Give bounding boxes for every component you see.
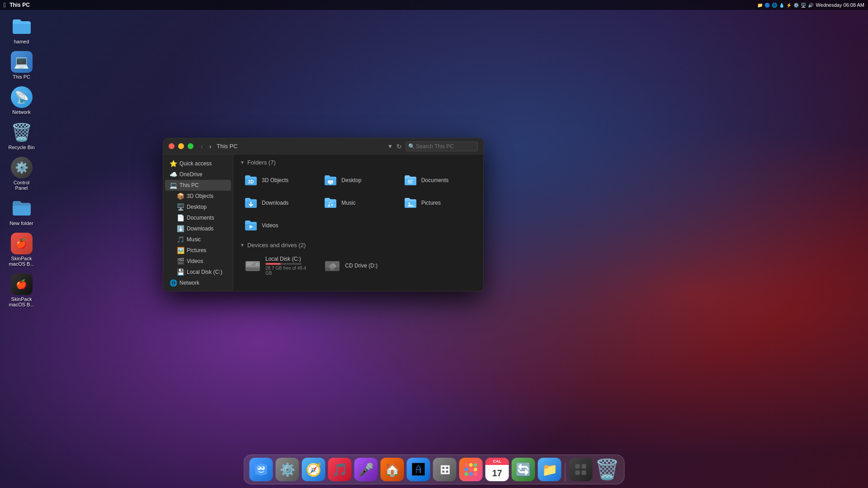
sidebar-3dobjects-label: 3D Objects (187, 193, 213, 199)
desktop-icon-recyclebin[interactable]: 🗑️ Recycle Bin (5, 119, 38, 152)
desktop-folder-label: Desktop (341, 177, 361, 183)
dock-icon-bootcamp[interactable]: ⊞ (433, 458, 457, 481)
music-sidebar-icon: 🎵 (177, 236, 184, 243)
recyclebin-label: Recycle Bin (8, 145, 34, 150)
dock-icon-appstore[interactable]: 🅰 (407, 458, 430, 481)
folder-item-documents[interactable]: Documents (400, 170, 476, 190)
skinpack1-label: SkinPack macOS B... (7, 256, 36, 267)
refresh-button[interactable]: ↻ (396, 143, 402, 150)
dock-icon-trash[interactable]: 🗑️ (595, 458, 619, 481)
downloads-sidebar-icon: ⬇️ (177, 225, 184, 232)
dock-icon-finder[interactable] (250, 458, 273, 481)
top-bar:  This PC 📁 🔵 🌐 💧 ⚡ ⚙️ 🖥️ 🔊 Wednesday 06… (0, 0, 868, 10)
drive-item-c[interactable]: Local Disk (C:) 28.7 GB free of 49.4 GB (240, 253, 317, 278)
localdisk-c-icon (244, 257, 262, 275)
dock-icon-home[interactable]: 🏠 (381, 458, 404, 481)
window-minimize-button[interactable] (178, 143, 184, 149)
svg-point-25 (262, 467, 264, 469)
sidebar-item-documents[interactable]: 📄 Documents (165, 212, 231, 223)
folder-item-music[interactable]: Music (320, 193, 396, 213)
svg-point-34 (474, 472, 477, 476)
desktop-icon-skinpack2[interactable]: 🍎 SkinPack macOS B... (5, 271, 38, 310)
desktop-icon-hamed[interactable]: hamed (5, 14, 38, 47)
newfolder-label: New folder (9, 221, 33, 226)
svg-point-26 (465, 463, 468, 467)
folder-item-videos[interactable]: Videos (240, 216, 317, 235)
desktop-icon-thispc[interactable]: 💻 This PC (5, 49, 38, 82)
3dobjects-label: 3D Objects (262, 177, 288, 183)
folder-item-downloads[interactable]: Downloads (240, 193, 317, 213)
explorer-window: ‹ › This PC ▼ ↻ 🔍 ⭐ Quick access ☁️ OneD… (163, 138, 484, 291)
svg-point-20 (331, 266, 333, 268)
folders-section-toggle[interactable]: ▼ (240, 160, 245, 165)
desktop-icon-network[interactable]: 📡 Network (5, 84, 38, 117)
desktop-icon-controlpanel[interactable]: ⚙️ Control Panel (5, 155, 38, 193)
sidebar-item-localdisk[interactable]: 💾 Local Disk (C:) (165, 267, 231, 277)
svg-rect-15 (247, 264, 251, 265)
videos-folder-label: Videos (262, 222, 278, 229)
top-bar-datetime: Wednesday 06:08 AM (816, 2, 864, 8)
window-maximize-button[interactable] (188, 143, 193, 149)
sidebar-localdisk-label: Local Disk (C:) (187, 269, 222, 275)
localdisk-c-progress-fill (265, 263, 281, 265)
window-close-button[interactable] (169, 143, 175, 149)
folder-item-3dobjects[interactable]: 3D 3D Objects (240, 170, 317, 190)
svg-point-13 (257, 264, 258, 265)
sidebar-desktop-label: Desktop (187, 204, 207, 210)
svg-rect-4 (408, 181, 412, 182)
folders-grid: 3D 3D Objects Desktop (240, 170, 476, 235)
dock-separator (565, 463, 566, 481)
desktop-icon-newfolder[interactable]: New folder (5, 195, 38, 228)
window-body: ⭐ Quick access ☁️ OneDrive 💻 This PC 📦 3… (163, 155, 483, 291)
svg-point-27 (469, 463, 473, 467)
music-folder-label: Music (341, 200, 355, 206)
sidebar-item-3dobjects[interactable]: 📦 3D Objects (165, 191, 231, 202)
main-content: ▼ Folders (7) 3D 3D Objects (233, 155, 483, 291)
hamed-folder-icon (11, 16, 33, 38)
folders-section-header: ▼ Folders (7) (240, 159, 476, 166)
folder-item-pictures[interactable]: Pictures (400, 193, 476, 213)
nav-forward-button[interactable]: › (208, 142, 213, 151)
folder-item-desktop[interactable]: Desktop (320, 170, 396, 190)
dock-icon-files[interactable]: 📁 (538, 458, 561, 481)
sidebar-item-videos[interactable]: 🎬 Videos (165, 256, 231, 267)
sidebar-item-desktop[interactable]: 🖥️ Desktop (165, 202, 231, 212)
svg-point-8 (408, 202, 410, 204)
svg-rect-35 (576, 464, 580, 469)
cddrive-d-icon (323, 257, 341, 275)
sidebar-item-pictures[interactable]: 🖼️ Pictures (165, 245, 231, 256)
sidebar-item-thispc[interactable]: 💻 This PC (165, 180, 231, 191)
nav-back-button[interactable]: ‹ (199, 142, 205, 151)
svg-rect-38 (582, 470, 586, 475)
dock-icon-timemachine[interactable]: 🔄 (512, 458, 535, 481)
dock-icon-control[interactable] (569, 458, 593, 481)
dock-icon-siri[interactable]: 🎤 (354, 458, 378, 481)
desktop-icon-skinpack1[interactable]: 🍎 SkinPack macOS B... (5, 230, 38, 269)
dock-icon-settings[interactable]: ⚙️ (276, 458, 299, 481)
sidebar-item-onedrive[interactable]: ☁️ OneDrive (165, 169, 231, 180)
sidebar: ⭐ Quick access ☁️ OneDrive 💻 This PC 📦 3… (163, 155, 233, 291)
window-navigation: ‹ › (199, 142, 213, 151)
sidebar-item-quickaccess[interactable]: ⭐ Quick access (165, 158, 231, 169)
view-dropdown-button[interactable]: ▼ (387, 143, 393, 150)
svg-rect-3 (408, 180, 413, 181)
sidebar-item-music[interactable]: 🎵 Music (165, 234, 231, 245)
search-input[interactable] (406, 141, 478, 151)
dock-icon-music[interactable]: 🎵 (328, 458, 352, 481)
music-folder-icon (323, 196, 338, 210)
recyclebin-icon: 🗑️ (11, 122, 33, 143)
sidebar-item-network[interactable]: 🌐 Network (165, 277, 231, 288)
svg-point-24 (258, 467, 260, 469)
svg-rect-2 (330, 183, 331, 184)
dock-icon-safari[interactable]: 🧭 (302, 458, 326, 481)
cddrive-d-name: CD Drive (D:) (345, 263, 377, 269)
svg-point-30 (469, 468, 473, 471)
sidebar-item-downloads[interactable]: ⬇️ Downloads (165, 223, 231, 234)
devices-section-toggle[interactable]: ▼ (240, 243, 245, 248)
search-icon: 🔍 (408, 143, 415, 150)
cddrive-d-info: CD Drive (D:) (345, 263, 377, 269)
dock-icon-calendar[interactable]: CAL 17 (486, 458, 509, 481)
dock-icon-launchpad[interactable] (459, 458, 483, 481)
window-title: This PC (217, 143, 387, 150)
drive-item-d[interactable]: CD Drive (D:) (320, 253, 396, 278)
